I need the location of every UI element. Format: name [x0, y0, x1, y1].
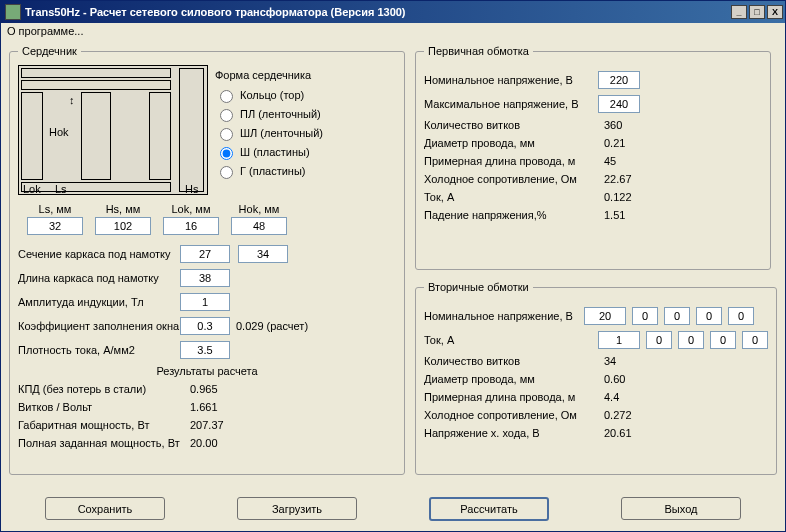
legend-secondary: Вторичные обмотки — [424, 281, 533, 293]
row-section: Сечение каркаса под намотку — [18, 245, 396, 263]
core-diagram: Hok ↕ Lok Ls Hs — [18, 65, 208, 195]
input-section2[interactable] — [238, 245, 288, 263]
maximize-button[interactable]: □ — [749, 5, 765, 19]
input-sec-nomv-2[interactable] — [664, 307, 690, 325]
input-sec-nomv-3[interactable] — [696, 307, 722, 325]
row-length: Длина каркаса под намотку — [18, 269, 396, 287]
results-header: Результаты расчета — [18, 365, 396, 377]
label-hs: Hs — [185, 183, 198, 195]
dim-headers: Ls, мм Hs, мм Lok, мм Hok, мм — [26, 203, 396, 215]
input-sec-nomv-1[interactable] — [632, 307, 658, 325]
group-core: Сердечник Hok ↕ Lok — [9, 45, 405, 475]
menubar: О программе... — [1, 23, 785, 41]
row-fill: Коэффициент заполнения окна 0.029 (расче… — [18, 317, 396, 335]
input-pri-maxv[interactable] — [598, 95, 640, 113]
input-section1[interactable] — [180, 245, 230, 263]
group-primary: Первичная обмотка Номинальное напряжение… — [415, 45, 771, 270]
label-ls: Ls — [55, 183, 67, 195]
radio-ring[interactable]: Кольцо (тор) — [215, 87, 323, 103]
legend-primary: Первичная обмотка — [424, 45, 533, 57]
exit-button[interactable]: Выход — [621, 497, 741, 520]
content-area: Сердечник Hok ↕ Lok — [1, 41, 785, 531]
menu-about[interactable]: О программе... — [7, 25, 83, 37]
row-induction: Амплитуда индукции, Тл — [18, 293, 396, 311]
window-title: Trans50Hz - Расчет сетевого силового тра… — [25, 6, 729, 18]
input-ls[interactable] — [27, 217, 83, 235]
app-icon — [5, 4, 21, 20]
input-hok[interactable] — [231, 217, 287, 235]
calc-button[interactable]: Рассчитать — [429, 497, 549, 521]
input-lok[interactable] — [163, 217, 219, 235]
input-density[interactable] — [180, 341, 230, 359]
input-sec-nomv-4[interactable] — [728, 307, 754, 325]
input-sec-cur-1[interactable] — [646, 331, 672, 349]
row-density: Плотность тока, А/мм2 — [18, 341, 396, 359]
input-sec-cur-2[interactable] — [678, 331, 704, 349]
legend-core: Сердечник — [18, 45, 81, 57]
input-sec-cur-0[interactable] — [598, 331, 640, 349]
input-sec-cur-3[interactable] — [710, 331, 736, 349]
save-button[interactable]: Сохранить — [45, 497, 165, 520]
titlebar[interactable]: Trans50Hz - Расчет сетевого силового тра… — [1, 1, 785, 23]
input-sec-nomv-0[interactable] — [584, 307, 626, 325]
input-sec-cur-4[interactable] — [742, 331, 768, 349]
input-fill[interactable] — [180, 317, 230, 335]
label-hok: Hok — [49, 126, 69, 138]
input-induction[interactable] — [180, 293, 230, 311]
app-window: Trans50Hz - Расчет сетевого силового тра… — [0, 0, 786, 532]
radio-sh[interactable]: Ш (пластины) — [215, 144, 323, 160]
load-button[interactable]: Загрузить — [237, 497, 357, 520]
input-length[interactable] — [180, 269, 230, 287]
close-button[interactable]: X — [767, 5, 783, 19]
dim-inputs — [26, 217, 396, 235]
radio-g[interactable]: Г (пластины) — [215, 163, 323, 179]
radio-shl[interactable]: ШЛ (ленточный) — [215, 125, 323, 141]
input-pri-nomv[interactable] — [598, 71, 640, 89]
core-shape-radios: Форма сердечника Кольцо (тор) ПЛ (ленточ… — [215, 69, 323, 182]
input-hs[interactable] — [95, 217, 151, 235]
shape-header: Форма сердечника — [215, 69, 323, 81]
button-row: Сохранить Загрузить Рассчитать Выход — [9, 497, 777, 521]
label-lok: Lok — [23, 183, 41, 195]
minimize-button[interactable]: _ — [731, 5, 747, 19]
radio-pl[interactable]: ПЛ (ленточный) — [215, 106, 323, 122]
group-secondary: Вторичные обмотки Номинальное напряжение… — [415, 281, 777, 475]
